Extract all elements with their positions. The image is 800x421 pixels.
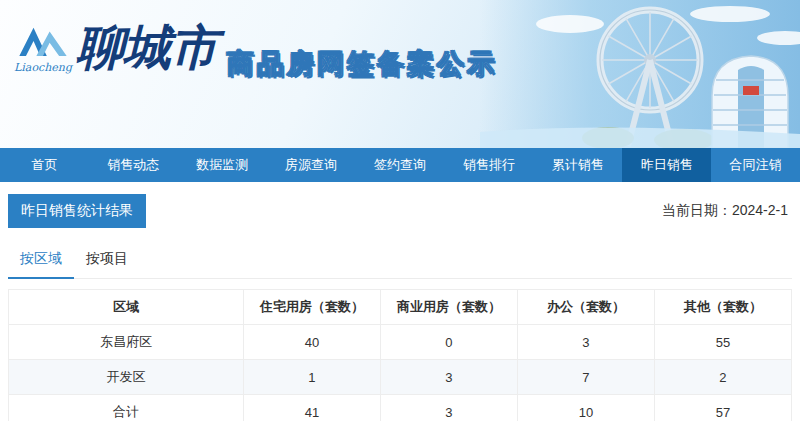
logo-mark-icon: [16, 22, 70, 58]
nav-item[interactable]: 签约查询: [356, 148, 445, 182]
column-header: 区域: [9, 290, 244, 325]
nav-item[interactable]: 数据监测: [178, 148, 267, 182]
tab-bar: 按区域按项目: [8, 242, 792, 279]
nav-item[interactable]: 昨日销售: [622, 148, 711, 182]
cell-value: 57: [654, 395, 791, 421]
nav-item[interactable]: 销售排行: [444, 148, 533, 182]
table-row: 东昌府区400355: [9, 325, 792, 360]
page-title: 昨日销售统计结果: [8, 194, 146, 228]
cell-value: 7: [517, 360, 654, 395]
cell-value: 55: [654, 325, 791, 360]
table-body: 东昌府区400355开发区1372合计4131057: [9, 325, 792, 421]
nav-item[interactable]: 房源查询: [267, 148, 356, 182]
brand-row: 聊城市 商品房网签备案公示: [76, 22, 497, 82]
nav-item[interactable]: 合同注销: [711, 148, 800, 182]
sales-stats-table: 区域住宅用房（套数）商业用房（套数）办公（套数）其他（套数） 东昌府区40035…: [8, 289, 792, 421]
cityscape-ferris-wheel-illustration: [480, 0, 800, 148]
cell-value: 10: [517, 395, 654, 421]
column-header: 住宅用房（套数）: [243, 290, 380, 325]
column-header: 商业用房（套数）: [380, 290, 517, 325]
main-nav: 首页销售动态数据监测房源查询签约查询销售排行累计销售昨日销售合同注销: [0, 148, 800, 182]
cell-value: 3: [517, 325, 654, 360]
cell-value: 0: [380, 325, 517, 360]
cell-value: 2: [654, 360, 791, 395]
cell-value: 3: [380, 360, 517, 395]
cell-value: 3: [380, 395, 517, 421]
table-head-row: 区域住宅用房（套数）商业用房（套数）办公（套数）其他（套数）: [9, 290, 792, 325]
current-date: 当前日期：2024-2-1: [662, 202, 788, 220]
tab[interactable]: 按项目: [74, 242, 140, 278]
column-header: 其他（套数）: [654, 290, 791, 325]
logo-script-text: Liaocheng: [14, 61, 72, 74]
city-name: 聊城市: [76, 22, 217, 72]
table-row: 开发区1372: [9, 360, 792, 395]
cell-value: 41: [243, 395, 380, 421]
table-row: 合计4131057: [9, 395, 792, 421]
site-logo: Liaocheng: [14, 22, 72, 74]
cell-value: 40: [243, 325, 380, 360]
cell-value: 1: [243, 360, 380, 395]
nav-item[interactable]: 累计销售: [533, 148, 622, 182]
title-row: 昨日销售统计结果 当前日期：2024-2-1: [8, 194, 788, 228]
row-label: 东昌府区: [9, 325, 244, 360]
header-banner: Liaocheng 聊城市 商品房网签备案公示: [0, 0, 800, 148]
row-label: 合计: [9, 395, 244, 421]
tab[interactable]: 按区域: [8, 242, 74, 279]
column-header: 办公（套数）: [517, 290, 654, 325]
nav-item[interactable]: 销售动态: [89, 148, 178, 182]
row-label: 开发区: [9, 360, 244, 395]
site-title: 商品房网签备案公示: [227, 46, 497, 82]
nav-item[interactable]: 首页: [0, 148, 89, 182]
